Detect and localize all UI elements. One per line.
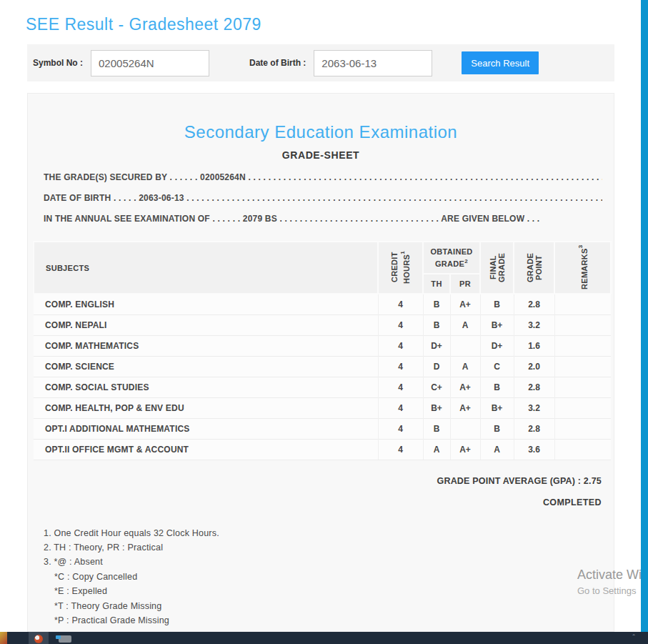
cell-credit: 4 bbox=[378, 377, 423, 397]
cell-remarks bbox=[554, 377, 611, 397]
cell-point: 3.6 bbox=[514, 439, 554, 460]
grades-table-header: SUBJECTS CREDIT HOURS1 OBTAINED GRADE2 F… bbox=[34, 242, 611, 294]
cell-subject: OPT.I ADDITIONAL MATHEMATICS bbox=[34, 418, 378, 439]
gradesheet-card: Secondary Education Examination GRADE-SH… bbox=[27, 93, 614, 632]
cell-point: 2.8 bbox=[514, 418, 554, 439]
footnotes: 1. One Credit Hour equals 32 Clock Hours… bbox=[44, 526, 614, 628]
gradesheet-heading: Secondary Education Examination bbox=[28, 122, 614, 142]
cell-th: B+ bbox=[423, 397, 450, 418]
table-row: COMP. SCIENCE4DAC2.0 bbox=[34, 356, 611, 377]
intro-line-secured-by: THE GRADE(S) SECURED BY . . . . . . 0200… bbox=[44, 172, 602, 182]
page-title: SEE Result - Gradesheet 2079 bbox=[26, 15, 261, 34]
grades-table-body: COMP. ENGLISH4BA+B2.8COMP. NEPALI4BAB+3.… bbox=[34, 294, 611, 460]
cell-pr: A bbox=[450, 356, 480, 377]
footnote-line: 2. TH : Theory, PR : Practical bbox=[44, 540, 614, 555]
header-subjects: SUBJECTS bbox=[34, 242, 378, 294]
activate-windows-text: Activate Wi bbox=[577, 568, 642, 583]
dob-label: Date of Birth : bbox=[249, 58, 306, 68]
cell-pr: A+ bbox=[450, 439, 480, 460]
table-row: COMP. ENGLISH4BA+B2.8 bbox=[34, 294, 611, 314]
cell-final: B bbox=[480, 418, 514, 439]
header-obtained-grade: OBTAINED GRADE2 bbox=[423, 242, 480, 274]
table-row: COMP. MATHEMATICS4D+D+1.6 bbox=[34, 335, 611, 356]
cell-pr: A+ bbox=[450, 294, 480, 314]
cell-remarks bbox=[554, 335, 611, 356]
cell-subject: COMP. ENGLISH bbox=[34, 294, 378, 314]
search-form: Symbol No : Date of Birth : Search Resul… bbox=[27, 44, 614, 81]
cell-final: C bbox=[480, 356, 514, 377]
cell-point: 2.8 bbox=[514, 294, 554, 314]
cell-point: 2.8 bbox=[514, 377, 554, 397]
cell-point: 2.0 bbox=[514, 356, 554, 377]
intro-line-exam: IN THE ANNUAL SEE EXAMINATION OF . . . .… bbox=[44, 214, 602, 224]
cell-th: D bbox=[423, 356, 450, 377]
cell-final: B+ bbox=[480, 397, 514, 418]
cell-credit: 4 bbox=[378, 335, 423, 356]
header-credit-hours: CREDIT HOURS1 bbox=[378, 242, 423, 294]
gpa-line: GRADE POINT AVERAGE (GPA) : 2.75 bbox=[28, 476, 602, 486]
footnote-line: 3. *@ : Absent bbox=[44, 555, 614, 569]
cell-remarks bbox=[554, 356, 611, 377]
header-th: TH bbox=[423, 274, 450, 294]
footnote-line: *C : Copy Cancelled bbox=[44, 570, 614, 584]
cell-credit: 4 bbox=[378, 439, 423, 460]
cell-remarks bbox=[554, 294, 611, 314]
cell-pr bbox=[450, 418, 480, 439]
cell-subject: COMP. SCIENCE bbox=[34, 356, 378, 377]
cell-credit: 4 bbox=[378, 356, 423, 377]
status-line: COMPLETED bbox=[28, 497, 602, 507]
cell-final: B bbox=[480, 294, 514, 314]
grades-table: SUBJECTS CREDIT HOURS1 OBTAINED GRADE2 F… bbox=[33, 241, 612, 460]
go-to-settings-text: Go to Settings bbox=[577, 585, 642, 596]
cell-credit: 4 bbox=[378, 418, 423, 439]
cell-pr bbox=[450, 335, 480, 356]
footnote-line: *T : Theory Grade Missing bbox=[44, 599, 614, 613]
header-pr: PR bbox=[450, 274, 480, 294]
search-result-button[interactable]: Search Result bbox=[462, 51, 539, 74]
table-row: COMP. SOCIAL STUDIES4C+A+B2.8 bbox=[34, 377, 611, 397]
cell-remarks bbox=[554, 439, 611, 460]
header-final-grade: FINAL GRADE bbox=[480, 242, 514, 294]
cell-point: 3.2 bbox=[514, 314, 554, 335]
cell-th: C+ bbox=[423, 377, 450, 397]
cell-th: B bbox=[423, 418, 450, 439]
cell-credit: 4 bbox=[378, 294, 423, 314]
chevron-up-icon[interactable]: ˆ bbox=[632, 633, 635, 642]
footnote-line: 1. One Credit Hour equals 32 Clock Hours… bbox=[44, 526, 614, 540]
footnote-line: *P : Practical Grade Missing bbox=[44, 613, 614, 628]
cell-pr: A+ bbox=[450, 377, 480, 397]
cell-pr: A+ bbox=[450, 397, 480, 418]
cell-final: A bbox=[480, 439, 514, 460]
cell-point: 3.2 bbox=[514, 397, 554, 418]
cell-subject: COMP. NEPALI bbox=[34, 314, 378, 335]
taskbar-edge-icon[interactable] bbox=[0, 632, 7, 644]
vertical-scrollbar[interactable] bbox=[641, 0, 648, 632]
activation-watermark: Activate Wi Go to Settings bbox=[577, 568, 642, 596]
table-row: COMP. HEALTH, POP & ENV EDU4B+A+B+3.2 bbox=[34, 397, 611, 418]
cell-final: B bbox=[480, 377, 514, 397]
browser-icon bbox=[34, 635, 43, 643]
gradesheet-subheading: GRADE-SHEET bbox=[28, 149, 614, 161]
cell-th: B bbox=[423, 314, 450, 335]
cell-final: D+ bbox=[480, 335, 514, 356]
intro-line-dob: DATE OF BIRTH . . . . . 2063-06-13 . . .… bbox=[44, 193, 602, 203]
camera-icon[interactable] bbox=[59, 635, 71, 643]
cell-credit: 4 bbox=[378, 397, 423, 418]
cell-point: 1.6 bbox=[514, 335, 554, 356]
table-row: COMP. NEPALI4BAB+3.2 bbox=[34, 314, 611, 335]
symbol-no-input[interactable] bbox=[91, 50, 209, 76]
desktop-root: { "page_title": "SEE Result - Gradesheet… bbox=[0, 0, 648, 644]
intro-lines: THE GRADE(S) SECURED BY . . . . . . 0200… bbox=[44, 172, 602, 224]
cell-th: B bbox=[423, 294, 450, 314]
table-row: OPT.II OFFICE MGMT & ACCOUNT4AA+A3.6 bbox=[34, 439, 611, 460]
footnote-line: *E : Expelled bbox=[44, 584, 614, 598]
taskbar: ˆ bbox=[0, 632, 648, 644]
header-grade-point: GRADE POINT bbox=[514, 242, 554, 294]
cell-remarks bbox=[554, 418, 611, 439]
cell-remarks bbox=[554, 314, 611, 335]
dob-input[interactable] bbox=[314, 50, 432, 76]
cell-subject: COMP. MATHEMATICS bbox=[34, 335, 378, 356]
browser-taskbar-icon[interactable] bbox=[29, 632, 49, 644]
cell-remarks bbox=[554, 397, 611, 418]
table-row: OPT.I ADDITIONAL MATHEMATICS4BB2.8 bbox=[34, 418, 611, 439]
